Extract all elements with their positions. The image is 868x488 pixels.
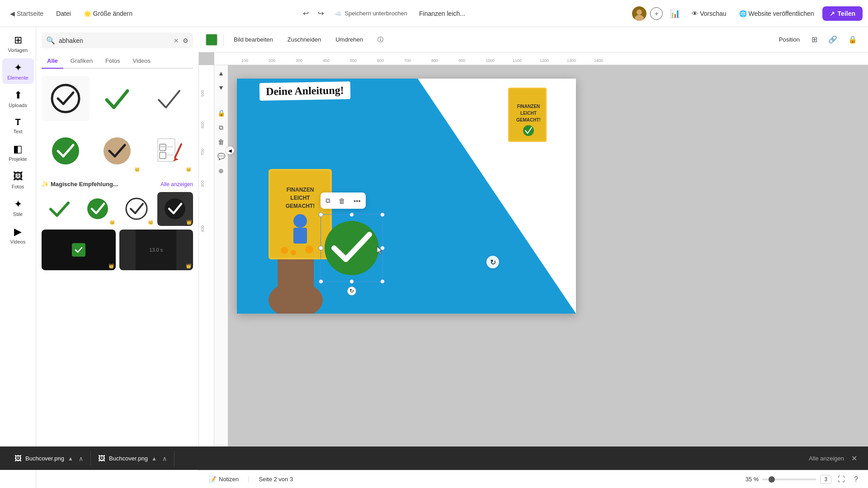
help-button[interactable]: ? xyxy=(851,474,861,485)
tab-alle[interactable]: Alle xyxy=(42,54,63,69)
file-tab-1[interactable]: 🖼 Buchcover.png ▲ ∧ xyxy=(7,451,91,466)
stats-button[interactable]: 📊 xyxy=(666,6,684,21)
result-item-6[interactable]: 👑 xyxy=(145,128,193,174)
canvas-comment-tool[interactable]: 💬 xyxy=(215,150,227,163)
redo-button[interactable]: ↪ xyxy=(314,6,327,20)
link-icon-button[interactable]: 🔗 xyxy=(825,33,841,47)
page-title: Deine Anleitung! xyxy=(259,81,350,100)
back-button[interactable]: ◀ Startseite xyxy=(5,7,48,20)
sidebar-item-text[interactable]: T Text xyxy=(2,113,34,138)
zoom-slider[interactable] xyxy=(762,479,816,480)
collapse-panel-button[interactable]: ◀ xyxy=(226,146,234,155)
refresh-icon[interactable]: ↻ xyxy=(486,256,499,268)
canvas-delete-tool[interactable]: 🗑 xyxy=(215,136,227,148)
file-name-2: Buchcover.png xyxy=(109,455,148,462)
magic-item-2[interactable]: 👑 xyxy=(80,192,116,226)
svg-point-34 xyxy=(305,245,313,253)
magic-item-3[interactable]: 👑 xyxy=(119,192,155,226)
file-close-1[interactable]: ∧ xyxy=(79,455,83,462)
selected-checkmark-wrapper[interactable]: ↻ xyxy=(321,214,383,282)
sidebar-item-fotos[interactable]: 🖼 Fotos xyxy=(2,167,34,193)
tab-fotos[interactable]: Fotos xyxy=(100,54,126,69)
publish-button[interactable]: 🌐 Website veröffentlichen xyxy=(735,7,819,20)
eye-icon: 👁 xyxy=(692,10,698,17)
sidebar-item-uploads[interactable]: ⬆ Uploads xyxy=(2,86,34,112)
svg-point-32 xyxy=(281,247,288,254)
notes-button[interactable]: 📝 Notizen xyxy=(205,474,242,484)
canvas-up-arrow[interactable]: ▲ xyxy=(215,67,227,80)
handle-tm[interactable] xyxy=(349,212,354,217)
share-label: Teilen xyxy=(838,10,855,17)
share-button[interactable]: ↗ Teilen xyxy=(822,6,863,21)
videos-label: Videos xyxy=(10,239,25,244)
flip-button[interactable]: Umdrehen xyxy=(331,33,368,46)
top-bar: ◀ Startseite Datei 🌟 Größe ändern ↩ ↪ ☁️… xyxy=(0,0,868,27)
position-button[interactable]: Position xyxy=(774,33,804,46)
canvas-copy-tool[interactable]: ⧉ xyxy=(215,121,227,134)
add-account-button[interactable]: + xyxy=(650,7,663,20)
result-item-3[interactable] xyxy=(145,76,193,121)
ruler-800: 800 xyxy=(431,58,438,63)
cloud-icon: ☁️ xyxy=(335,10,342,17)
handle-br[interactable] xyxy=(380,279,385,284)
page-indicator[interactable]: Seite 2 von 3 xyxy=(255,474,297,484)
magic-item-4[interactable]: 👑 xyxy=(157,192,193,226)
sidebar-item-videos[interactable]: ▶ Videos xyxy=(2,222,34,248)
bottom-item-1[interactable]: 👑 xyxy=(42,230,116,270)
canvas-down-arrow[interactable]: ▼ xyxy=(215,81,227,94)
results-grid-1 xyxy=(42,76,193,121)
float-delete-button[interactable]: 🗑 xyxy=(335,194,349,207)
lock-icon-button[interactable]: 🔒 xyxy=(844,33,861,47)
save-label: Speichern unterbrochen xyxy=(344,10,407,17)
notes-label: Notizen xyxy=(219,476,239,483)
expand-button[interactable]: ⛶ xyxy=(835,474,848,485)
project-name[interactable]: Finanzen leich... xyxy=(415,7,470,20)
ruler-left-700: 700 xyxy=(200,149,205,155)
rotate-handle[interactable]: ↻ xyxy=(347,286,356,296)
file-tab-2[interactable]: 🖼 Buchcover.png ▲ ∧ xyxy=(91,451,175,466)
info-button[interactable]: ⓘ xyxy=(373,33,388,47)
handle-tl[interactable] xyxy=(319,212,323,217)
handle-bl[interactable] xyxy=(319,279,323,284)
edit-image-button[interactable]: Bild bearbeiten xyxy=(229,33,278,46)
svg-point-3 xyxy=(52,85,79,112)
preview-button[interactable]: 👁 Vorschau xyxy=(687,7,731,20)
result-item-5[interactable]: 👑 xyxy=(93,128,141,174)
svg-rect-31 xyxy=(293,228,307,244)
datei-menu[interactable]: Datei xyxy=(52,7,75,20)
bottom-item-2[interactable]: 13.0 s 👑 xyxy=(119,230,193,270)
handle-ml[interactable] xyxy=(319,246,323,250)
see-all-button[interactable]: Alle anzeigen xyxy=(160,181,193,188)
result-item-2[interactable] xyxy=(93,76,141,121)
canvas-page: Deine Anleitung! FINANZEN LEICHT GEMACHT… xyxy=(237,79,576,314)
grid-icon-button[interactable]: ⊞ xyxy=(808,33,821,47)
result-item-1[interactable] xyxy=(42,76,90,121)
handle-tr[interactable] xyxy=(380,212,385,217)
handle-bm[interactable] xyxy=(349,279,354,284)
sidebar-item-stile[interactable]: ✦ Stile xyxy=(2,195,34,221)
sidebar-item-projekte[interactable]: ◧ Projekte xyxy=(2,140,34,165)
tab-grafiken[interactable]: Grafiken xyxy=(65,54,98,69)
color-swatch[interactable] xyxy=(205,33,218,46)
crop-button[interactable]: Zuschneiden xyxy=(283,33,326,46)
undo-button[interactable]: ↩ xyxy=(299,6,312,20)
search-clear-button[interactable]: ✕ xyxy=(174,37,179,44)
sidebar-item-elemente[interactable]: ✦ Elemente xyxy=(2,58,34,84)
sidebar-item-vorlagen[interactable]: ⊞ Vorlagen xyxy=(2,31,34,56)
search-filter-button[interactable]: ⚙ xyxy=(183,37,189,44)
size-button[interactable]: 🌟 Größe ändern xyxy=(79,7,137,20)
float-more-button[interactable]: ••• xyxy=(350,194,364,207)
canvas-lock-tool[interactable]: 🔒 xyxy=(215,107,227,119)
canvas-add-tool[interactable]: ⊕ xyxy=(215,164,227,177)
result-item-4[interactable] xyxy=(42,128,90,174)
float-copy-button[interactable]: ⧉ xyxy=(322,194,334,207)
tab-videos[interactable]: Videos xyxy=(127,54,156,69)
avatar[interactable] xyxy=(632,6,646,21)
files-close-button[interactable]: ✕ xyxy=(848,452,861,465)
zoom-percentage: 35 % xyxy=(738,476,759,483)
files-show-all-button[interactable]: Alle anzeigen xyxy=(805,453,848,464)
file-close-2[interactable]: ∧ xyxy=(162,455,167,462)
search-input[interactable] xyxy=(59,37,170,44)
magic-item-1[interactable] xyxy=(42,192,77,226)
svg-point-14 xyxy=(87,198,108,219)
